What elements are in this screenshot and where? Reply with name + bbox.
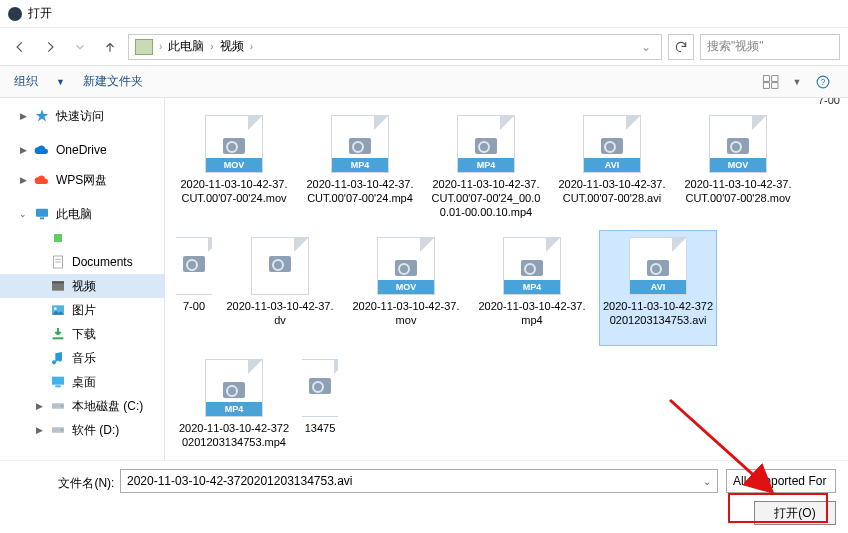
- file-item[interactable]: AVI2020-11-03-10-42-37.CUT.00'07-00'28.a…: [553, 108, 671, 224]
- file-type-filter[interactable]: All Supported For: [726, 469, 836, 493]
- sidebar-item-desktop[interactable]: 桌面: [0, 370, 164, 394]
- file-item[interactable]: MP42020-11-03-10-42-3720201203134753.mp4: [175, 352, 293, 460]
- expand-icon[interactable]: ▶: [18, 111, 28, 121]
- chevron-down-icon[interactable]: ▼: [786, 73, 808, 91]
- sidebar-item-drive-c[interactable]: ▶ 本地磁盘 (C:): [0, 394, 164, 418]
- star-icon: [34, 108, 50, 124]
- sidebar-item-videos[interactable]: 视频: [0, 274, 164, 298]
- camera-icon: [601, 138, 623, 154]
- svg-text:?: ?: [821, 77, 826, 86]
- file-item[interactable]: MP42020-11-03-10-42-37.mp4: [473, 230, 591, 346]
- recent-dropdown[interactable]: [68, 35, 92, 59]
- search-placeholder: 搜索"视频": [707, 38, 764, 55]
- sidebar-item-downloads[interactable]: 下载: [0, 322, 164, 346]
- expand-icon[interactable]: ▶: [34, 425, 44, 435]
- sidebar-item-3d[interactable]: [0, 226, 164, 250]
- camera-icon: [309, 378, 331, 394]
- svg-point-20: [61, 405, 63, 407]
- file-name: 2020-11-03-10-42-37.dv: [224, 299, 336, 341]
- sidebar-item-onedrive[interactable]: ▶ OneDrive: [0, 138, 164, 162]
- folder-icon: [135, 39, 153, 55]
- organize-menu[interactable]: 组织: [14, 73, 38, 90]
- format-badge: MP4: [206, 402, 262, 416]
- file-name: 2020-11-03-10-42-37.mov: [350, 299, 462, 341]
- crumb-folder[interactable]: 视频: [220, 38, 244, 55]
- sidebar-item-wps[interactable]: ▶ WPS网盘: [0, 168, 164, 192]
- forward-button[interactable]: [38, 35, 62, 59]
- chevron-down-icon[interactable]: ⌄: [703, 476, 711, 487]
- content: ▶ 快速访问 ▶ OneDrive ▶ WPS网盘 ⌄ 此电脑: [0, 98, 848, 460]
- file-grid[interactable]: 7-00 MOV2020-11-03-10-42-37.CUT.00'07-00…: [165, 98, 848, 460]
- document-icon: [50, 254, 66, 270]
- camera-icon: [647, 260, 669, 276]
- pc-icon: [34, 206, 50, 222]
- up-button[interactable]: [98, 35, 122, 59]
- format-badge: MOV: [710, 158, 766, 172]
- file-thumbnail: AVI: [629, 237, 687, 295]
- svg-rect-18: [55, 385, 60, 387]
- new-folder-button[interactable]: 新建文件夹: [83, 73, 143, 90]
- camera-icon: [183, 256, 205, 272]
- back-button[interactable]: [8, 35, 32, 59]
- format-badge: AVI: [584, 158, 640, 172]
- open-button[interactable]: 打开(O): [754, 501, 836, 525]
- navbar: › 此电脑 › 视频 › ⌄ 搜索"视频": [0, 28, 848, 66]
- svg-rect-16: [53, 337, 64, 339]
- file-item[interactable]: AVI2020-11-03-10-42-3720201203134753.avi: [599, 230, 717, 346]
- crumb-root[interactable]: 此电脑: [168, 38, 204, 55]
- sidebar-item-music[interactable]: 音乐: [0, 346, 164, 370]
- file-item[interactable]: MOV2020-11-03-10-42-37.CUT.00'07-00'24.m…: [175, 108, 293, 224]
- file-thumbnail: MOV: [205, 115, 263, 173]
- svg-rect-13: [52, 281, 64, 283]
- svg-rect-8: [54, 234, 62, 242]
- chevron-down-icon: ▼: [56, 77, 65, 87]
- expand-icon[interactable]: ▶: [18, 145, 28, 155]
- file-item[interactable]: MP42020-11-03-10-42-37.CUT.00'07-00'24.m…: [301, 108, 419, 224]
- file-item[interactable]: 13475: [301, 352, 339, 460]
- file-thumbnail: MP4: [457, 115, 515, 173]
- breadcrumb[interactable]: › 此电脑 › 视频 › ⌄: [128, 34, 662, 60]
- collapse-icon[interactable]: ⌄: [18, 209, 28, 219]
- file-name: 2020-11-03-10-42-3720201203134753.avi: [602, 299, 714, 341]
- svg-rect-1: [772, 75, 778, 81]
- camera-icon: [727, 138, 749, 154]
- file-name: 2020-11-03-10-42-37.CUT.00'07-00'24_00.0…: [430, 177, 542, 219]
- file-item[interactable]: MP42020-11-03-10-42-37.CUT.00'07-00'24_0…: [427, 108, 545, 224]
- format-badge: AVI: [630, 280, 686, 294]
- search-input[interactable]: 搜索"视频": [700, 34, 840, 60]
- sidebar-item-pictures[interactable]: 图片: [0, 298, 164, 322]
- refresh-button[interactable]: [668, 34, 694, 60]
- svg-rect-7: [40, 217, 44, 219]
- chevron-right-icon: ›: [210, 41, 213, 52]
- file-thumbnail: [251, 237, 309, 295]
- chevron-right-icon: ›: [159, 41, 162, 52]
- wps-icon: [34, 172, 50, 188]
- file-item[interactable]: 7-00: [175, 230, 213, 346]
- expand-icon[interactable]: ▶: [18, 175, 28, 185]
- chevron-down-icon[interactable]: ⌄: [641, 40, 651, 54]
- sidebar-item-documents[interactable]: Documents: [0, 250, 164, 274]
- window-title: 打开: [28, 5, 52, 22]
- help-button[interactable]: ?: [812, 73, 834, 91]
- file-name: 2020-11-03-10-42-37.CUT.00'07-00'24.mp4: [304, 177, 416, 219]
- sidebar-item-quick-access[interactable]: ▶ 快速访问: [0, 104, 164, 128]
- filename-input[interactable]: 2020-11-03-10-42-3720201203134753.avi ⌄: [120, 469, 718, 493]
- file-item[interactable]: MOV2020-11-03-10-42-37.CUT.00'07-00'28.m…: [679, 108, 797, 224]
- toolbar: 组织 ▼ 新建文件夹 ▼ ?: [0, 66, 848, 98]
- view-mode-button[interactable]: [760, 73, 782, 91]
- cutoff-label: 7-00: [818, 98, 840, 106]
- file-name: 2020-11-03-10-42-37.CUT.00'07-00'28.avi: [556, 177, 668, 219]
- file-item[interactable]: MOV2020-11-03-10-42-37.mov: [347, 230, 465, 346]
- sidebar-item-drive-d[interactable]: ▶ 软件 (D:): [0, 418, 164, 442]
- file-item[interactable]: 2020-11-03-10-42-37.dv: [221, 230, 339, 346]
- sidebar-item-this-pc[interactable]: ⌄ 此电脑: [0, 202, 164, 226]
- expand-icon[interactable]: ▶: [34, 401, 44, 411]
- format-badge: MP4: [332, 158, 388, 172]
- drive-icon: [50, 398, 66, 414]
- file-thumbnail: MP4: [205, 359, 263, 417]
- svg-rect-2: [763, 82, 769, 88]
- titlebar: 打开: [0, 0, 848, 28]
- camera-icon: [223, 382, 245, 398]
- file-name: 2020-11-03-10-42-3720201203134753.mp4: [178, 421, 290, 460]
- svg-point-22: [61, 429, 63, 431]
